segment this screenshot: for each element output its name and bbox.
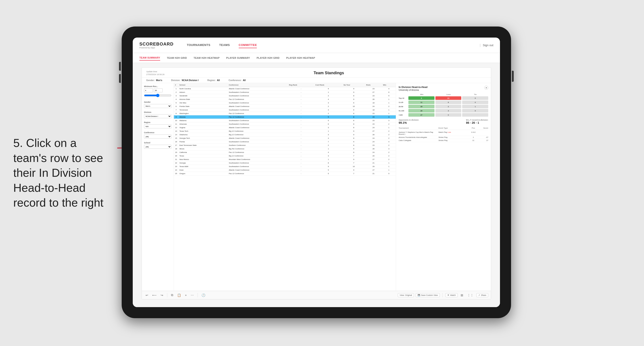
table-row[interactable]: 18 Illinois Big Ten Conference - 1 9 26 …	[174, 147, 396, 151]
table-row[interactable]: 5 Ole Miss Southeastern Conference - 3 6…	[174, 101, 396, 105]
table-row[interactable]: 22 Georgia Southeastern Conference - 8 7…	[174, 161, 396, 165]
cell-conf-rank: 3	[314, 154, 342, 158]
table-row[interactable]: 14 Oklahoma Big 12 Conference - 3 9 26 2	[174, 133, 396, 137]
table-row[interactable]: 10 Alabama Southeastern Conference - 5 8…	[174, 119, 396, 122]
h2h-opponents-stat: Opponents in division: 99.1%	[399, 119, 419, 124]
app-panel: Update time: 27/03/2024 16:56:26 Team St…	[142, 67, 491, 299]
tour-row-2[interactable]: Cabo Collegiate Stroke Play 11 17	[399, 139, 488, 142]
subnav-team-h2h-grid[interactable]: TEAM H2H GRID	[167, 55, 187, 60]
redo-right-button[interactable]: ↪	[160, 293, 164, 298]
h2h-row-2650: 26-50 25 2 1	[399, 105, 488, 108]
h2h-close-button[interactable]: ✕	[484, 86, 488, 90]
tour-row-0[interactable]: Jackson T. Stephens Cup Men's Match-Play…	[399, 131, 488, 136]
cell-reg-rank: -	[288, 140, 314, 144]
min-rounds-max-input[interactable]	[154, 88, 162, 92]
min-rounds-min-input[interactable]	[144, 88, 153, 92]
table-row[interactable]: 12 Virginia Atlantic Coast Conference - …	[174, 126, 396, 130]
undo-button[interactable]: ↩	[144, 293, 149, 298]
cell-rank: 18	[174, 147, 178, 151]
paste-button[interactable]: 📋	[176, 293, 182, 298]
table-row[interactable]: 7 Tennessee Southeastern Conference - 4 …	[174, 108, 396, 112]
subnav-team-summary[interactable]: TEAM SUMMARY	[139, 55, 160, 61]
cell-conf-rank: 3	[314, 101, 342, 105]
table-row[interactable]: 21 New Mexico Mountain West Conference -…	[174, 158, 396, 161]
copy-button[interactable]: ⧉	[170, 293, 174, 298]
table-row[interactable]: 8 Washington Pac-12 Conference - 2 8 23 …	[174, 112, 396, 115]
table-row[interactable]: 1 North Carolina Atlantic Coast Conferen…	[174, 87, 396, 91]
nav-committee[interactable]: COMMITTEE	[239, 42, 257, 48]
table-row[interactable]: 13 Texas Tech Big 12 Conference - 1 9 27…	[174, 130, 396, 133]
th-conference: Conference	[228, 83, 288, 87]
cell-win: 1	[382, 98, 396, 101]
cell-no-tour: 8	[342, 122, 365, 126]
conference-select[interactable]: (All)	[144, 135, 172, 139]
subnav-player-h2h-grid[interactable]: PLAYER H2H GRID	[257, 55, 280, 60]
bottom-toolbar: ↩ ⟵ ↪ ⧉ 📋 + ⋯ 🕐 View: Original	[142, 291, 491, 299]
main-content: Update time: 27/03/2024 16:56:26 Team St…	[133, 63, 500, 307]
table-row[interactable]: 20 Texas Big 12 Conference - 3 7 20 2	[174, 154, 396, 158]
watch-button[interactable]: 👁 Watch	[445, 293, 458, 297]
school-select[interactable]: (All)	[144, 145, 172, 149]
tour-row-1[interactable]: Arizona Thunderbirds Intercollegiate Str…	[399, 136, 488, 139]
cell-conf-rank: 1	[314, 130, 342, 133]
cell-rank: 25	[174, 172, 178, 175]
nav-teams[interactable]: TEAMS	[219, 42, 230, 48]
redo-left-button[interactable]: ⟵	[151, 293, 158, 298]
table-row[interactable]: 16 Florida Southeastern Conference - 7 9…	[174, 140, 396, 144]
table-row[interactable]: 4 Arizona State Pac-12 Conference - 4 9 …	[174, 98, 396, 101]
cell-school: Virginia	[178, 126, 228, 130]
table-row[interactable]: 15 Georgia Tech Atlantic Coast Conferenc…	[174, 137, 396, 140]
view-original-button[interactable]: View: Original	[398, 293, 414, 297]
grid-button[interactable]: ⋮⋮	[466, 293, 474, 298]
h2h-tie-header: Tie	[462, 93, 488, 95]
cell-conf-rank: 4	[314, 108, 342, 112]
cell-reg-rank: -	[288, 130, 314, 133]
table-row[interactable]: 23 Texas A&M Southeastern Conference - 9…	[174, 165, 396, 168]
cell-school: Georgia Tech	[178, 137, 228, 140]
table-row[interactable]: 17 East Tennessee State Southern Confere…	[174, 144, 396, 147]
gender-sidebar-label: Gender	[144, 101, 172, 103]
share-button[interactable]: ↗ Share	[476, 293, 488, 297]
cell-conference: Southeastern Conference	[228, 165, 288, 168]
cell-conf-rank: 3	[314, 126, 342, 130]
nav-tournaments[interactable]: TOURNAMENTS	[187, 42, 210, 48]
table-row[interactable]: 24 Duke Atlantic Coast Conference - 5 9 …	[174, 168, 396, 172]
conference-section: Conference (All)	[144, 132, 172, 139]
h2h-range-gt100: >100	[399, 114, 408, 116]
table-row[interactable]: 2 Auburn Southeastern Conference - 1 9 2…	[174, 91, 396, 94]
min-rounds-slider[interactable]	[144, 94, 172, 97]
add-button[interactable]: +	[184, 293, 188, 298]
subnav-player-summary[interactable]: PLAYER SUMMARY	[226, 55, 250, 60]
table-row[interactable]: 9 Arizona Pac-12 Conference - 5 8 23 3	[174, 115, 396, 119]
h2h-wlt-value: 86 - 26 - 1	[466, 121, 488, 124]
save-custom-view-button[interactable]: 💾 Save Custom View	[416, 293, 440, 297]
h2h-row-gt100: >100 27 0	[399, 113, 488, 117]
subnav-player-h2h-heatmap[interactable]: PLAYER H2H HEATMAP	[286, 55, 315, 60]
division-select[interactable]: NCAA Division I	[144, 114, 172, 118]
gender-select[interactable]: Men's	[144, 104, 172, 108]
cell-rank: 8	[174, 112, 178, 115]
table-row[interactable]: 3 Vanderbilt Southeastern Conference - 2…	[174, 94, 396, 98]
sign-out-link[interactable]: Sign out	[483, 43, 493, 47]
tablet-frame: SCOREBOARD Powered by clippi TOURNAMENTS…	[122, 26, 511, 318]
table-row[interactable]: 25 Oregon Pac-12 Conference - 5 7 21 0	[174, 172, 396, 175]
cell-no-tour: 9	[342, 133, 365, 137]
h2h-51100-tie: 0	[462, 109, 488, 112]
cell-win: 2	[382, 130, 396, 133]
cell-rnds: 24	[365, 151, 382, 154]
table-row[interactable]: 6 Florida State Atlantic Coast Conferenc…	[174, 105, 396, 108]
cell-school: North Carolina	[178, 87, 228, 91]
layout-button[interactable]: ⊞	[460, 293, 464, 298]
region-select[interactable]: N/A	[144, 124, 172, 128]
cell-school: Washington	[178, 112, 228, 115]
logo-sub: Powered by clippi	[139, 47, 155, 49]
clock-button[interactable]: 🕐	[200, 293, 206, 298]
table-row[interactable]: 19 California Pac-12 Conference - 4 8 24…	[174, 151, 396, 154]
cell-school: Duke	[178, 168, 228, 172]
subnav-team-h2h-heatmap[interactable]: TEAM H2H HEATMAP	[194, 55, 220, 60]
table-row[interactable]: 11 Arkansas Southeastern Conference - 6 …	[174, 122, 396, 126]
more-button[interactable]: ⋯	[190, 293, 195, 298]
cell-rank: 17	[174, 144, 178, 147]
cell-school: Oklahoma	[178, 133, 228, 137]
cell-reg-rank: -	[288, 91, 314, 94]
